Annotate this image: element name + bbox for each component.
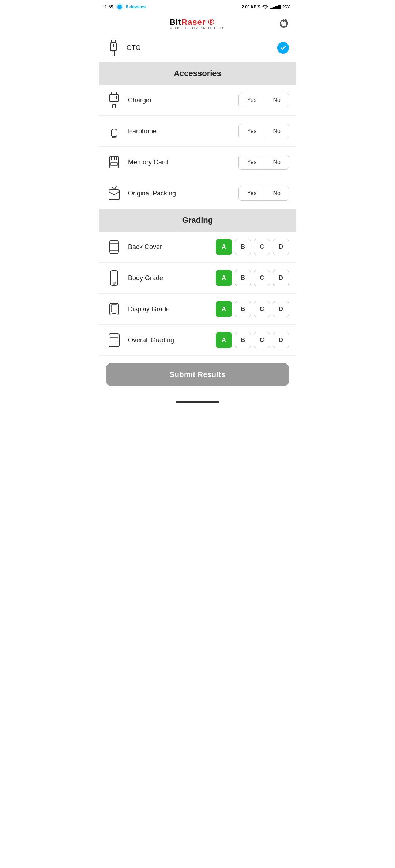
- earphone-row: Earphone Yes No: [99, 116, 296, 147]
- back-cover-grade-b[interactable]: B: [235, 239, 251, 255]
- svg-rect-9: [113, 104, 116, 108]
- status-bar: 1:59 8 devices 2.00 KB/S ▂▄▆█ 25%: [99, 0, 296, 14]
- status-left: 1:59 8 devices: [105, 3, 146, 11]
- body-grade-icon: [106, 270, 122, 286]
- refresh-button[interactable]: [277, 17, 290, 30]
- charger-icon: [106, 92, 122, 108]
- display-grade-d[interactable]: D: [273, 301, 289, 317]
- earphone-yes-btn[interactable]: Yes: [239, 124, 264, 138]
- body-grade-d[interactable]: D: [273, 270, 289, 286]
- display-grade-label: Display Grade: [128, 305, 216, 313]
- earphone-icon: [106, 123, 122, 139]
- logo-sub: MOBILE DIAGNOSTICS: [170, 26, 226, 30]
- network-speed: 2.00 KB/S: [242, 5, 260, 9]
- svg-rect-20: [111, 162, 117, 166]
- device-count-label: 8 devices: [126, 4, 146, 9]
- charger-yes-no: Yes No: [238, 93, 289, 107]
- display-grade-icon: [106, 301, 122, 317]
- charger-yes-btn[interactable]: Yes: [239, 93, 264, 107]
- charger-row: Charger Yes No: [99, 85, 296, 116]
- display-grade-b[interactable]: B: [235, 301, 251, 317]
- earphone-no-btn[interactable]: No: [265, 124, 289, 138]
- back-cover-row: Back Cover A B C D: [99, 232, 296, 263]
- memory-card-yes-no: Yes No: [238, 155, 289, 170]
- memory-card-no-btn[interactable]: No: [265, 155, 289, 169]
- original-packing-label: Original Packing: [128, 190, 238, 197]
- otg-row: OTG: [99, 34, 296, 62]
- overall-grade-b[interactable]: B: [235, 332, 251, 348]
- accessories-section-header: Accessories: [99, 62, 296, 85]
- otg-check: [277, 42, 289, 54]
- refresh-icon: [279, 19, 289, 29]
- header: BitRaser ® MOBILE DIAGNOSTICS: [99, 14, 296, 34]
- overall-grading-icon: [106, 332, 122, 348]
- back-cover-grade-d[interactable]: D: [273, 239, 289, 255]
- svg-rect-2: [111, 40, 116, 43]
- otg-label: OTG: [127, 44, 277, 52]
- signal-bars: ▂▄▆█: [270, 5, 281, 9]
- otg-icon: [106, 41, 121, 55]
- original-packing-row: Original Packing Yes No: [99, 178, 296, 209]
- memory-card-yes-btn[interactable]: Yes: [239, 155, 264, 169]
- display-grade-row: Display Grade A B C D: [99, 294, 296, 325]
- original-packing-yes-no: Yes No: [238, 186, 289, 201]
- original-packing-icon: [106, 185, 122, 201]
- svg-rect-5: [113, 44, 114, 47]
- body-grade-a[interactable]: A: [216, 270, 232, 286]
- display-grade-grades: A B C D: [216, 301, 289, 317]
- battery-level: 25%: [282, 5, 290, 9]
- status-right: 2.00 KB/S ▂▄▆█ 25%: [242, 4, 290, 9]
- memory-card-label: Memory Card: [128, 159, 238, 166]
- home-bar: [176, 401, 219, 403]
- overall-grading-label: Overall Grading: [128, 336, 216, 344]
- body-grade-grades: A B C D: [216, 270, 289, 286]
- status-time: 1:59: [105, 4, 113, 9]
- body-grade-c[interactable]: C: [254, 270, 270, 286]
- logo-raser: Raser: [181, 18, 206, 27]
- body-grade-row: Body Grade A B C D: [99, 263, 296, 294]
- checkmark-icon: [280, 45, 286, 51]
- body-grade-label: Body Grade: [128, 274, 216, 282]
- back-cover-label: Back Cover: [128, 243, 216, 251]
- overall-grade-a[interactable]: A: [216, 332, 232, 348]
- overall-grading-row: Overall Grading A B C D: [99, 325, 296, 356]
- body-grade-b[interactable]: B: [235, 270, 251, 286]
- svg-point-1: [117, 5, 122, 9]
- grading-section-header: Grading: [99, 209, 296, 232]
- display-grade-c[interactable]: C: [254, 301, 270, 317]
- earphone-label: Earphone: [128, 127, 238, 135]
- overall-grade-c[interactable]: C: [254, 332, 270, 348]
- logo-bit: Bit: [170, 18, 181, 27]
- logo: BitRaser ® MOBILE DIAGNOSTICS: [170, 18, 226, 30]
- home-indicator: [99, 397, 296, 406]
- display-grade-a[interactable]: A: [216, 301, 232, 317]
- original-packing-no-btn[interactable]: No: [265, 186, 289, 200]
- back-cover-grade-a[interactable]: A: [216, 239, 232, 255]
- svg-rect-4: [112, 51, 115, 56]
- charger-no-btn[interactable]: No: [265, 93, 289, 107]
- wifi-icon: [262, 4, 268, 9]
- overall-grade-d[interactable]: D: [273, 332, 289, 348]
- overall-grading-grades: A B C D: [216, 332, 289, 348]
- original-packing-yes-btn[interactable]: Yes: [239, 186, 264, 200]
- svg-rect-29: [111, 305, 117, 312]
- memory-card-icon: [106, 154, 122, 170]
- charger-label: Charger: [128, 96, 238, 104]
- back-cover-icon: [106, 239, 122, 255]
- back-cover-grade-c[interactable]: C: [254, 239, 270, 255]
- submit-results-button[interactable]: Submit Results: [106, 363, 289, 386]
- back-cover-grades: A B C D: [216, 239, 289, 255]
- svg-rect-22: [110, 240, 118, 254]
- device-indicator: [116, 3, 124, 11]
- memory-card-row: Memory Card Yes No: [99, 147, 296, 178]
- earphone-yes-no: Yes No: [238, 124, 289, 138]
- svg-point-26: [113, 282, 115, 284]
- submit-container: Submit Results: [99, 356, 296, 397]
